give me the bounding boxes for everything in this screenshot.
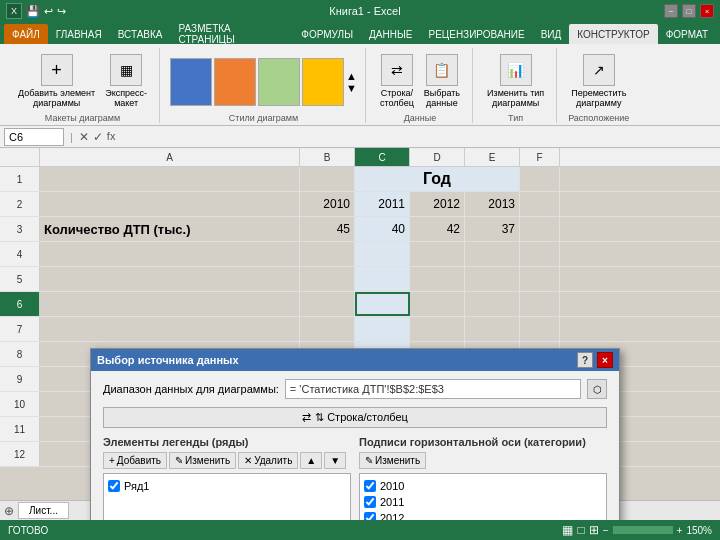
- formula-bar: C6 | ✕ ✓ fx: [0, 126, 720, 148]
- tab-review[interactable]: РЕЦЕНЗИРОВАНИЕ: [420, 24, 532, 44]
- style-1[interactable]: [170, 58, 212, 106]
- data-range-label: Диапазон данных для диаграммы:: [103, 383, 279, 395]
- move-chart-button[interactable]: ↗ Переместитьдиаграмму: [567, 52, 630, 110]
- delete-icon: ✕: [244, 455, 252, 466]
- horiz-toolbar: ✎ Изменить: [359, 452, 607, 469]
- legend-delete-button[interactable]: ✕ Удалить: [238, 452, 298, 469]
- dialog-columns: Элементы легенды (ряды) + Добавить ✎ Изм…: [103, 436, 607, 520]
- switch-row-col-button[interactable]: ⇄ Строка/столбец: [376, 52, 418, 110]
- select-data-dialog: Выбор источника данных ? × Диапазон данн…: [90, 348, 620, 520]
- formula-divider: |: [68, 131, 75, 143]
- layout-page-button[interactable]: □: [577, 523, 584, 537]
- switch-icon: ⇄: [302, 411, 311, 424]
- horiz-column: Подписи горизонтальной оси (категории) ✎…: [359, 436, 607, 520]
- layout-preview-button[interactable]: ⊞: [589, 523, 599, 537]
- cancel-formula-icon[interactable]: ✕: [79, 130, 89, 144]
- tab-home[interactable]: ГЛАВНАЯ: [48, 24, 110, 44]
- ribbon-tabs: ФАЙЛ ГЛАВНАЯ ВСТАВКА РАЗМЕТКА СТРАНИЦЫ Ф…: [0, 22, 720, 44]
- tab-data[interactable]: ДАННЫЕ: [361, 24, 420, 44]
- data-range-input[interactable]: [285, 379, 581, 399]
- data-buttons: ⇄ Строка/столбец 📋 Выбратьданные: [376, 48, 464, 111]
- add-chart-element-button[interactable]: + Добавить элементдиаграммы: [14, 52, 99, 110]
- zoom-plus-button[interactable]: +: [677, 525, 683, 536]
- horiz-header: Подписи горизонтальной оси (категории): [359, 436, 607, 448]
- dialog-close-button[interactable]: ×: [597, 352, 613, 368]
- list-item: 2011: [364, 494, 602, 510]
- styles-group-label: Стили диаграмм: [229, 113, 298, 123]
- list-item: Ряд1: [108, 478, 346, 494]
- minimize-button[interactable]: −: [664, 4, 678, 18]
- add-icon: +: [109, 455, 115, 466]
- type-buttons: 📊 Изменить типдиаграммы: [483, 48, 548, 111]
- dialog-help-button[interactable]: ?: [577, 352, 593, 368]
- ribbon-group-styles: ▲ ▼ Стили диаграмм: [162, 48, 366, 123]
- status-right: ▦ □ ⊞ − + 150%: [562, 523, 712, 537]
- window-title: Книга1 - Excel: [66, 5, 664, 17]
- insert-function-icon[interactable]: fx: [107, 130, 116, 144]
- tab-formulas[interactable]: ФОРМУЛЫ: [293, 24, 361, 44]
- quick-access-save[interactable]: 💾: [26, 5, 40, 18]
- change-chart-type-button[interactable]: 📊 Изменить типдиаграммы: [483, 52, 548, 110]
- ribbon-content: + Добавить элементдиаграммы ▦ Экспресс-м…: [0, 44, 720, 126]
- zoom-slider[interactable]: [613, 526, 673, 534]
- chart-styles-preview: ▲ ▼: [170, 48, 357, 111]
- select-data-button[interactable]: 📋 Выбратьданные: [420, 52, 464, 110]
- tab-file[interactable]: ФАЙЛ: [4, 24, 48, 44]
- list-item: 2010: [364, 478, 602, 494]
- data-range-select-button[interactable]: ⬡: [587, 379, 607, 399]
- switch-row-col-icon: ⇄: [381, 54, 413, 86]
- app-icon: X: [6, 3, 22, 19]
- legend-column: Элементы легенды (ряды) + Добавить ✎ Изм…: [103, 436, 351, 520]
- close-button[interactable]: ×: [700, 4, 714, 18]
- styles-scroll-up[interactable]: ▲: [346, 70, 357, 82]
- style-3[interactable]: [258, 58, 300, 106]
- legend-item-1-checkbox[interactable]: [108, 480, 120, 492]
- horiz-item-2-checkbox[interactable]: [364, 496, 376, 508]
- tab-page-layout[interactable]: РАЗМЕТКА СТРАНИЦЫ: [171, 24, 294, 44]
- horiz-edit-label: Изменить: [375, 455, 420, 466]
- tab-design[interactable]: КОНСТРУКТОР: [569, 24, 657, 44]
- add-label: Добавить: [117, 455, 161, 466]
- type-group-label: Тип: [508, 113, 523, 123]
- legend-list: Ряд1: [103, 473, 351, 520]
- horiz-item-2-label: 2011: [380, 496, 404, 508]
- quick-access-undo[interactable]: ↩: [44, 5, 53, 18]
- tab-insert[interactable]: ВСТАВКА: [110, 24, 171, 44]
- title-bar: X 💾 ↩ ↪ Книга1 - Excel − □ ×: [0, 0, 720, 22]
- zoom-level: 150%: [686, 525, 712, 536]
- horiz-list: 2010 2011 2012: [359, 473, 607, 520]
- zoom-minus-button[interactable]: −: [603, 525, 609, 536]
- confirm-formula-icon[interactable]: ✓: [93, 130, 103, 144]
- delete-label: Удалить: [254, 455, 292, 466]
- formula-input[interactable]: [119, 128, 716, 146]
- name-box[interactable]: C6: [4, 128, 64, 146]
- location-buttons: ↗ Переместитьдиаграмму: [567, 48, 630, 111]
- horiz-item-1-checkbox[interactable]: [364, 480, 376, 492]
- title-bar-left: X 💾 ↩ ↪: [6, 3, 66, 19]
- window-controls: − □ ×: [664, 4, 714, 18]
- move-chart-icon: ↗: [583, 54, 615, 86]
- quick-layout-button[interactable]: ▦ Экспресс-макет: [101, 52, 151, 110]
- status-text: ГОТОВО: [8, 525, 48, 536]
- tab-format[interactable]: ФОРМАТ: [658, 24, 716, 44]
- list-item: 2012: [364, 510, 602, 520]
- legend-down-button[interactable]: ▼: [324, 452, 346, 469]
- horiz-edit-button[interactable]: ✎ Изменить: [359, 452, 426, 469]
- legend-edit-button[interactable]: ✎ Изменить: [169, 452, 236, 469]
- switch-row-col-dialog-button[interactable]: ⇄ ⇅ Строка/столбец: [103, 407, 607, 428]
- dialog-body: Диапазон данных для диаграммы: ⬡ ⇄ ⇅ Стр…: [91, 371, 619, 520]
- horiz-item-3-label: 2012: [380, 512, 404, 520]
- layout-normal-button[interactable]: ▦: [562, 523, 573, 537]
- legend-up-button[interactable]: ▲: [300, 452, 322, 469]
- tab-view[interactable]: ВИД: [533, 24, 570, 44]
- maximize-button[interactable]: □: [682, 4, 696, 18]
- quick-access-redo[interactable]: ↪: [57, 5, 66, 18]
- style-4[interactable]: [302, 58, 344, 106]
- status-bar: ГОТОВО ▦ □ ⊞ − + 150%: [0, 520, 720, 540]
- style-2[interactable]: [214, 58, 256, 106]
- edit-icon: ✎: [175, 455, 183, 466]
- dialog-title: Выбор источника данных: [97, 354, 239, 366]
- styles-scroll-down[interactable]: ▼: [346, 82, 357, 94]
- horiz-item-3-checkbox[interactable]: [364, 512, 376, 520]
- legend-add-button[interactable]: + Добавить: [103, 452, 167, 469]
